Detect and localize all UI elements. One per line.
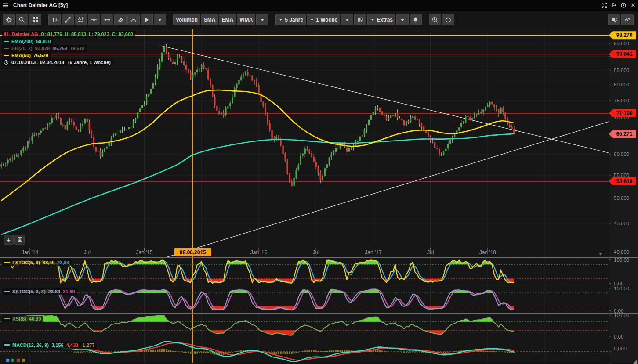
panel-color-chip[interactable] xyxy=(6,359,9,362)
mini-chart-button[interactable] xyxy=(621,14,634,25)
pointer-tool-button[interactable] xyxy=(141,14,153,25)
sstoc-label: SSTOC(5, 3, 3) xyxy=(12,289,46,294)
panel-color-chip[interactable] xyxy=(11,359,14,362)
bb-legend[interactable]: BB(20, 2) 93,028 86,269 79,510 xyxy=(2,45,87,52)
scroll-down-button[interactable] xyxy=(4,235,14,245)
wma-button[interactable]: WMA xyxy=(237,14,255,25)
svg-text:0,00: 0,00 xyxy=(614,281,624,286)
panel-color-chip[interactable] xyxy=(22,359,25,362)
macd-value: -1,277 xyxy=(81,342,94,348)
crosshair-date-label: 08.06.2015 xyxy=(174,248,211,256)
range-select-label: 5 Jahre xyxy=(285,17,303,23)
ema50-swatch-icon xyxy=(4,55,9,56)
macd-swatch-icon xyxy=(4,344,10,346)
bb-value: 93,028 xyxy=(35,46,50,51)
svg-text:Jul: Jul xyxy=(84,249,91,256)
rsi-value: 46,89 xyxy=(29,316,41,321)
compare-button[interactable] xyxy=(608,14,620,25)
toolbar-group xyxy=(3,14,42,25)
target-icon[interactable] xyxy=(619,1,628,10)
chart-area[interactable]: 95,00090,00085,00080,00075,00070,00065,0… xyxy=(0,29,638,364)
ohlc-value: L: 79,023 xyxy=(89,32,109,37)
settings-button[interactable] xyxy=(3,14,15,25)
svg-text:95,000: 95,000 xyxy=(614,41,629,46)
range-select[interactable]: 5 Jahre xyxy=(276,14,306,25)
svg-text:100,00: 100,00 xyxy=(614,257,629,263)
layout-button[interactable] xyxy=(29,14,41,25)
hline-tool-button[interactable] xyxy=(88,14,100,25)
fstoc-value: 23,84 xyxy=(57,260,69,265)
indicators-more-button[interactable] xyxy=(256,14,268,25)
fstoc-legend[interactable]: FSTOC(5, 3) 38,4923,84 xyxy=(3,259,72,266)
ema200-label: EMA(200) xyxy=(11,39,33,44)
panel-color-chip[interactable] xyxy=(17,359,20,362)
undo-button[interactable] xyxy=(442,14,454,25)
rsi-label: RSI(8) xyxy=(12,316,26,321)
ema50-value: 76,529 xyxy=(33,53,48,58)
interval-more-button[interactable] xyxy=(341,14,353,25)
toolbar: T+VolumenSMAEMAWMA5 Jahre1 WocheExtras xyxy=(0,11,638,29)
caret-down-icon xyxy=(309,17,315,22)
text-plus-icon: T+ xyxy=(51,16,58,23)
chart-type-button[interactable] xyxy=(354,14,366,25)
interval-select[interactable]: 1 Woche xyxy=(307,14,340,25)
search-button[interactable] xyxy=(16,14,28,25)
sstoc-legend[interactable]: SSTOC(5, 3, 3) 23,8431,89 xyxy=(3,288,77,295)
extras-more-button[interactable] xyxy=(396,14,409,25)
bb-value: 79,510 xyxy=(70,46,85,51)
text-tool-button[interactable]: T+ xyxy=(48,14,61,25)
ema-button[interactable]: EMA xyxy=(219,14,236,25)
scale-menu-icon[interactable] xyxy=(597,251,605,256)
svg-text:Jan '16: Jan '16 xyxy=(250,249,268,256)
sma-button[interactable]: SMA xyxy=(201,14,218,25)
svg-text:Jan '15: Jan '15 xyxy=(136,249,153,256)
menu-icon[interactable] xyxy=(0,2,11,9)
arc-tool-button[interactable] xyxy=(127,14,140,25)
trendline-icon xyxy=(64,16,71,23)
macd-label: MACD(12, 26, 9) xyxy=(12,342,49,348)
maximize-icon[interactable] xyxy=(599,1,609,10)
export-icon[interactable] xyxy=(609,1,619,10)
ohlc-value: C: 83,600 xyxy=(112,32,133,37)
alert-button[interactable] xyxy=(410,14,422,25)
collapse-panels-button[interactable] xyxy=(14,235,25,245)
zoom-in-button[interactable] xyxy=(429,14,441,25)
extras-select[interactable]: Extras xyxy=(367,14,395,25)
caret-down-icon xyxy=(259,16,266,23)
volume-button[interactable]: Volumen xyxy=(173,14,200,25)
trendline-tool-button[interactable] xyxy=(62,14,74,25)
eraser-tool-button[interactable] xyxy=(114,14,127,25)
macd-legend[interactable]: MACD(12, 26, 9) 3,1564,433-1,277 xyxy=(3,341,97,349)
svg-text:55,000: 55,000 xyxy=(614,173,629,178)
ohlc-value: O: 81,776 xyxy=(41,32,62,37)
caret-down-icon xyxy=(156,16,163,23)
down-arrow-icon xyxy=(5,236,12,243)
hsegment-tool-button[interactable] xyxy=(101,14,113,25)
svg-text:Jan '14: Jan '14 xyxy=(22,249,39,256)
ema50-legend[interactable]: EMA(50) 76,529 xyxy=(2,52,51,59)
daterange-suffix: (5 Jahre, 1 Woche) xyxy=(67,60,111,65)
fstoc-swatch-icon xyxy=(4,262,10,263)
ema200-legend[interactable]: EMA(200) 59,810 xyxy=(2,38,53,45)
instrument-legend[interactable]: Daimler AG O: 81,776H: 85,813L: 79,023C:… xyxy=(2,31,135,38)
svg-text:100,00: 100,00 xyxy=(614,313,629,318)
close-icon[interactable] xyxy=(628,1,638,10)
bubbles-icon xyxy=(611,16,618,23)
toolbar-group: VolumenSMAEMAWMA xyxy=(173,14,269,25)
rsi-legend[interactable]: RSI(8) 46,89 xyxy=(3,315,43,322)
zoom-in-icon xyxy=(431,16,439,23)
svg-text:98,270: 98,270 xyxy=(616,32,633,38)
chart-canvas[interactable]: 95,00090,00085,00080,00075,00070,00065,0… xyxy=(0,29,638,364)
drawings-more-button[interactable] xyxy=(154,14,166,25)
fstoc-value: 38,49 xyxy=(43,260,55,265)
fibonacci-tool-button[interactable] xyxy=(75,14,87,25)
eraser-icon xyxy=(117,16,124,23)
svg-text:T+: T+ xyxy=(52,17,58,22)
titlebar: Chart Daimler AG [5y] xyxy=(0,0,638,11)
interval-select-label: 1 Woche xyxy=(316,17,337,23)
bell-icon xyxy=(412,16,419,23)
toolbar-group xyxy=(429,14,455,25)
bb-label: BB(20, 2) xyxy=(11,46,33,51)
toolbar-group: T+ xyxy=(48,14,167,25)
arc-icon xyxy=(130,16,137,23)
